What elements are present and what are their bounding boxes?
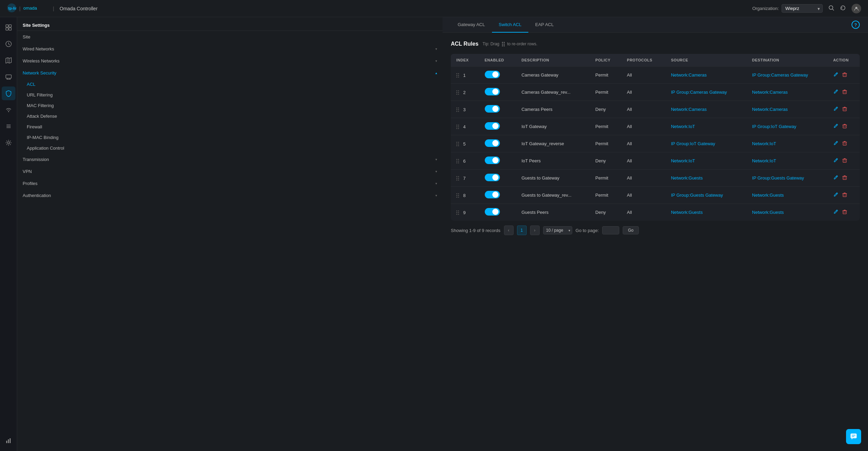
destination-link[interactable]: Network:Cameras (752, 107, 788, 112)
destination-link[interactable]: Network:IoT (752, 141, 776, 146)
sidebar-subitem-application-control[interactable]: Application Control (17, 143, 443, 153)
tab-gateway-acl[interactable]: Gateway ACL (451, 17, 492, 33)
org-dropdown[interactable]: Wieprz (782, 4, 823, 13)
cell-enabled (479, 101, 516, 118)
sidebar-item-wired-networks[interactable]: Wired Networks ▾ (17, 43, 443, 55)
sidebar-item-network-security[interactable]: Network Security ▴ (17, 67, 443, 79)
nav-icon-settings[interactable] (2, 136, 15, 150)
cell-description: IoT Gateway_reverse (516, 135, 590, 152)
prev-page-btn[interactable]: ‹ (504, 226, 514, 235)
nav-icon-stats[interactable] (2, 37, 15, 51)
drag-handle[interactable] (456, 90, 460, 95)
search-icon[interactable] (828, 5, 834, 12)
delete-button[interactable] (842, 175, 847, 182)
edit-button[interactable] (833, 175, 838, 182)
enabled-toggle[interactable] (485, 139, 500, 147)
nav-icon-wifi[interactable] (2, 103, 15, 117)
delete-button[interactable] (842, 158, 847, 164)
sidebar-subitem-mac-filtering[interactable]: MAC Filtering (17, 100, 443, 111)
header-icons (828, 4, 861, 13)
delete-button[interactable] (842, 89, 847, 96)
drag-handle[interactable] (456, 158, 460, 164)
enabled-toggle[interactable] (485, 71, 500, 78)
delete-button[interactable] (842, 192, 847, 199)
edit-button[interactable] (833, 89, 838, 96)
sidebar-item-vpn[interactable]: VPN ▾ (17, 165, 443, 177)
source-link[interactable]: Network:Cameras (671, 72, 707, 78)
edit-button[interactable] (833, 158, 838, 164)
user-avatar[interactable] (852, 4, 861, 13)
source-link[interactable]: IP Group:IoT Gateway (671, 141, 715, 146)
sidebar-item-transmission[interactable]: Transmission ▾ (17, 153, 443, 165)
source-link[interactable]: Network:Cameras (671, 107, 707, 112)
edit-button[interactable] (833, 72, 838, 79)
nav-icon-list[interactable] (2, 119, 15, 133)
nav-icon-devices[interactable] (2, 70, 15, 84)
edit-button[interactable] (833, 123, 838, 130)
drag-handle[interactable] (456, 107, 460, 112)
destination-link[interactable]: IP Group:IoT Gateway (752, 124, 796, 129)
chat-bubble[interactable] (846, 429, 861, 444)
goto-input[interactable] (602, 226, 619, 234)
nav-icon-chart[interactable] (2, 434, 15, 448)
cell-actions (828, 135, 860, 152)
tab-eap-acl[interactable]: EAP ACL (528, 17, 561, 33)
help-icon[interactable]: ? (852, 21, 860, 29)
destination-link[interactable]: IP Group:Cameras Gateway (752, 72, 808, 78)
page-1-btn[interactable]: 1 (517, 226, 527, 235)
enabled-toggle[interactable] (485, 88, 500, 95)
tab-switch-acl[interactable]: Switch ACL (492, 17, 528, 33)
drag-handle[interactable] (456, 210, 460, 215)
per-page-select[interactable]: 10 / page 20 / page 50 / page (543, 226, 572, 234)
nav-icon-security[interactable] (2, 86, 15, 100)
delete-button[interactable] (842, 72, 847, 79)
sidebar-subitem-attack-defense[interactable]: Attack Defense (17, 111, 443, 122)
sidebar-item-authentication[interactable]: Authentication ▾ (17, 189, 443, 201)
drag-handle[interactable] (456, 72, 460, 78)
delete-button[interactable] (842, 140, 847, 147)
enabled-toggle[interactable] (485, 208, 500, 216)
org-selector[interactable]: Wieprz (782, 4, 823, 13)
drag-handle[interactable] (456, 124, 460, 129)
destination-link[interactable]: Network:Cameras (752, 90, 788, 95)
source-link[interactable]: Network:IoT (671, 124, 695, 129)
edit-button[interactable] (833, 209, 838, 216)
go-button[interactable]: Go (623, 226, 638, 234)
refresh-icon[interactable] (840, 5, 846, 12)
sidebar-item-profiles[interactable]: Profiles ▾ (17, 177, 443, 189)
sidebar-subitem-acl[interactable]: ACL (17, 79, 443, 90)
enabled-toggle[interactable] (485, 174, 500, 181)
source-link[interactable]: Network:Guests (671, 210, 703, 215)
next-page-btn[interactable]: › (530, 226, 540, 235)
delete-button[interactable] (842, 209, 847, 216)
nav-icon-dashboard[interactable] (2, 21, 15, 34)
sidebar-item-site[interactable]: Site (17, 31, 443, 43)
drag-handle[interactable] (456, 141, 460, 147)
drag-handle[interactable] (456, 175, 460, 181)
enabled-toggle[interactable] (485, 157, 500, 164)
edit-button[interactable] (833, 140, 838, 147)
sidebar-subitem-ip-mac-binding[interactable]: IP-MAC Binding (17, 132, 443, 143)
enabled-toggle[interactable] (485, 122, 500, 130)
sidebar-item-wireless-networks[interactable]: Wireless Networks ▾ (17, 55, 443, 67)
source-link[interactable]: IP Group:Guests Gateway (671, 193, 723, 198)
drag-handle[interactable] (456, 193, 460, 198)
destination-link[interactable]: Network:IoT (752, 158, 776, 163)
destination-link[interactable]: Network:Guests (752, 193, 784, 198)
delete-button[interactable] (842, 123, 847, 130)
edit-button[interactable] (833, 192, 838, 199)
destination-link[interactable]: IP Group:Guests Gateway (752, 175, 804, 181)
sidebar-subitem-firewall[interactable]: Firewall (17, 122, 443, 132)
source-link[interactable]: Network:Guests (671, 175, 703, 181)
per-page-wrapper[interactable]: 10 / page 20 / page 50 / page (543, 226, 572, 234)
delete-button[interactable] (842, 106, 847, 113)
enabled-toggle[interactable] (485, 191, 500, 198)
sidebar-subitem-url-filtering[interactable]: URL Filtering (17, 90, 443, 100)
edit-button[interactable] (833, 106, 838, 113)
nav-icon-map[interactable] (2, 54, 15, 67)
destination-link[interactable]: Network:Guests (752, 210, 784, 215)
source-link[interactable]: Network:IoT (671, 158, 695, 163)
source-link[interactable]: IP Group:Cameras Gateway (671, 90, 727, 95)
logo-tp: tp-link (7, 3, 16, 14)
enabled-toggle[interactable] (485, 105, 500, 113)
